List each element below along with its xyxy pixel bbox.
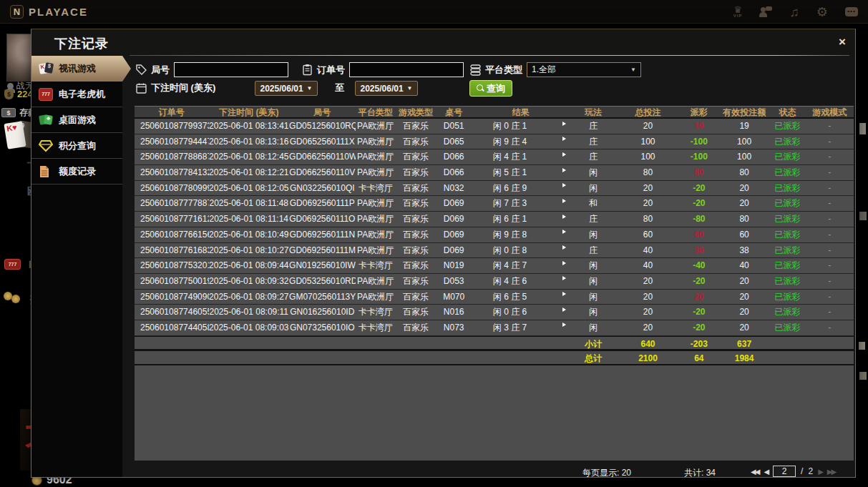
order-number-label: 订单号	[317, 64, 345, 77]
date-to-picker[interactable]: 2025/06/01 ▼	[355, 81, 418, 96]
cell-table: D051	[436, 119, 472, 134]
cards-icon: K$	[39, 62, 53, 75]
date-from-picker[interactable]: 2025/06/01 ▼	[255, 81, 318, 96]
cell-table: N073	[436, 320, 472, 335]
cell-play	[548, 134, 570, 149]
cell-time: 2025-06-01 08:10:49	[209, 227, 290, 242]
page-separator: /	[801, 466, 803, 476]
summary-row: 小计640-203637	[135, 336, 854, 351]
cell-payout: -100	[679, 134, 719, 149]
dialog-content: 局号 订单号 平台类型 1.全部 ▼ 下注时间 (美东)	[122, 56, 855, 477]
cell-bet: 20	[617, 181, 678, 196]
cell-platform: PA欧洲厅	[356, 227, 396, 242]
cell-result: 闲 0 庄 6	[472, 305, 548, 320]
cell-play	[548, 290, 570, 305]
playace-logo: N PLAYACE	[10, 5, 88, 19]
cell-result: 闲 0 庄 1	[472, 119, 548, 134]
cell-order	[135, 337, 209, 350]
cell-bet: 100	[617, 134, 678, 149]
order-number-input[interactable]	[349, 62, 464, 77]
cell-table: D066	[436, 149, 472, 164]
sidebar-item-slots[interactable]: 777 电子老虎机	[31, 82, 122, 107]
column-header-round: 局号	[289, 107, 355, 117]
background-edge-fragment	[859, 372, 867, 380]
cell-time: 2025-06-01 08:12:45	[209, 149, 290, 164]
vip-icon[interactable]: ♛ VIP	[733, 6, 743, 18]
total-count-label: 共计: 34	[684, 467, 716, 479]
cell-mode: -	[806, 134, 854, 149]
cell-table: D069	[436, 227, 472, 242]
cell-round: GD0692560111N	[289, 227, 355, 242]
column-header-platform: 平台类型	[356, 107, 396, 117]
chevron-down-icon: ▼	[307, 85, 313, 92]
chevron-down-icon: ▼	[630, 67, 636, 73]
close-icon[interactable]: ×	[839, 36, 846, 48]
platform-list-icon	[469, 64, 482, 76]
cell-valid: 20	[719, 196, 769, 211]
sidebar-item-quota-records[interactable]: 额度记录	[31, 159, 122, 185]
settings-gear-icon[interactable]: ⚙	[816, 6, 828, 19]
table-row: 2506010877886872025-06-01 08:12:45GD0662…	[135, 149, 854, 165]
cell-game: 百家乐	[396, 320, 436, 335]
column-header-order: 订单号	[135, 107, 209, 117]
cell-order: 250601087766156	[135, 227, 209, 242]
cell-status: 已派彩	[769, 149, 805, 164]
cell-round: GD0662560110W	[289, 149, 355, 164]
column-header-result: 结果	[472, 107, 570, 117]
column-header-table: 桌号	[436, 107, 472, 117]
cell-time	[209, 337, 290, 350]
cell-table: D069	[436, 212, 472, 227]
date-to-label: 至	[335, 82, 344, 94]
sidebar-item-table-games[interactable]: ♣ 桌面游戏	[31, 107, 122, 133]
cell-result: 闲 9 庄 4	[472, 134, 548, 149]
cell-payout: -20	[679, 181, 719, 196]
cell-payout: 19	[679, 119, 719, 134]
music-icon[interactable]: ♫	[789, 6, 799, 19]
cell-play	[548, 351, 570, 364]
cell-time: 2025-06-01 08:11:14	[209, 212, 290, 227]
first-page-icon[interactable]: ◀◀	[751, 468, 759, 476]
cell-result: 闲 6 庄 1	[472, 212, 548, 227]
cell-mode: -	[806, 290, 854, 305]
tag-icon	[135, 64, 147, 76]
cell-method: 闲	[570, 258, 617, 273]
last-page-icon[interactable]: ▶▶	[827, 468, 835, 476]
slot-machine-icon: 777	[39, 88, 53, 101]
cell-bet: 60	[617, 227, 678, 242]
cell-order: 250601087750019	[135, 274, 209, 289]
slot-777-icon: 777	[4, 259, 21, 270]
cell-mode: -	[806, 181, 854, 196]
cell-method: 庄	[570, 134, 617, 149]
cell-method: 闲	[570, 290, 617, 305]
customer-service-icon[interactable]	[759, 6, 772, 18]
deposit-icon: $	[1, 108, 16, 117]
cell-payout: -20	[679, 274, 719, 289]
current-page-input[interactable]: 2	[773, 466, 796, 477]
next-page-icon[interactable]: ▶	[818, 468, 822, 476]
cell-result: 闲 4 庄 7	[472, 258, 548, 273]
round-number-input[interactable]	[174, 62, 288, 77]
summary-row: 总计2100641984	[135, 350, 854, 365]
platform-type-select[interactable]: 1.全部 ▼	[527, 62, 641, 77]
query-button[interactable]: 查询	[469, 80, 512, 97]
chat-icon[interactable]: •••	[845, 7, 858, 16]
table-games-icon: ♣	[39, 114, 53, 127]
cell-play	[548, 320, 570, 335]
cell-status: 已派彩	[769, 165, 805, 180]
cell-valid: 20	[719, 290, 769, 305]
clipboard-icon	[301, 64, 313, 76]
cell-valid: 60	[719, 227, 769, 242]
cell-platform: PA欧洲厅	[356, 134, 396, 149]
background-edge-fragment	[859, 212, 867, 220]
cell-time	[209, 351, 290, 364]
sidebar-item-points-query[interactable]: 积分查询	[31, 133, 122, 159]
cell-status: 已派彩	[769, 258, 805, 273]
cell-method: 庄	[570, 243, 617, 258]
sidebar-item-live-games[interactable]: K$ 视讯游戏	[31, 56, 131, 82]
per-page-label: 每页显示: 20	[582, 467, 631, 479]
prev-page-icon[interactable]: ◀	[764, 468, 768, 476]
cell-status: 已派彩	[769, 320, 805, 335]
cell-status: 已派彩	[769, 290, 805, 305]
table-row: 2506010877778872025-06-01 08:11:48GD0692…	[135, 196, 854, 212]
cell-round: GD0662560110V	[289, 165, 355, 180]
